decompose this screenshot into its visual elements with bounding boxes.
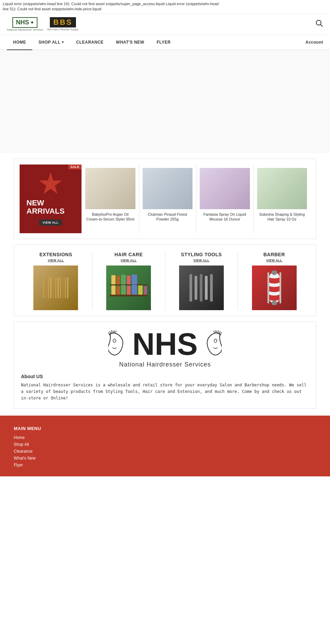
nhs-logo-icon: ✦ [30, 20, 34, 25]
footer-link-home[interactable]: Home [14, 435, 316, 440]
category-styling: STYLING TOOLS VIEW ALL [165, 252, 238, 310]
product-name-babyliss: BabylissPro Argan Oil Cream-to-Serum Sty… [85, 212, 135, 222]
svg-point-52 [214, 339, 217, 342]
category-barber: BARBER VIEW ALL [238, 252, 310, 310]
svg-rect-15 [110, 295, 147, 296]
svg-rect-23 [144, 286, 147, 295]
svg-rect-28 [132, 274, 137, 284]
svg-line-46 [220, 332, 222, 336]
nav-links: HOME SHOP ALL ▾ CLEARANCE WHAT'S NEW FLY… [7, 35, 177, 49]
new-arrivals-text-line2: ARRIVALS [26, 207, 75, 215]
svg-point-45 [113, 339, 116, 342]
new-arrivals-text-line1: NEW [26, 199, 75, 207]
footer-link-whats-new[interactable]: What's New [14, 456, 316, 461]
svg-rect-27 [127, 275, 131, 284]
category-title-barber: BARBER [263, 252, 285, 257]
error-bar: Liquid error (snippets/wlm-head line 16)… [0, 0, 330, 14]
nav-item-shop-all[interactable]: SHOP ALL ▾ [32, 35, 70, 49]
about-title: About US [21, 374, 309, 379]
category-view-all-styling[interactable]: VIEW ALL [194, 259, 210, 262]
svg-line-50 [215, 330, 216, 333]
error-line-1: Liquid error (snippets/wlm-head line 16)… [3, 1, 327, 7]
new-arrivals-row: SALE NEW ARRIVALS VIEW ALL BabylissPro A… [20, 165, 310, 233]
bbs-logo-subtitle: Burrman's Beauty Supply [47, 28, 78, 31]
category-title-haircare: HAIR CARE [114, 252, 143, 257]
svg-rect-17 [111, 285, 116, 295]
site-footer: MAIN MENU Home Shop All Clearance What's… [0, 416, 330, 476]
category-image-styling [179, 265, 224, 310]
about-text: National Hairdresser Services is a whole… [21, 382, 309, 402]
error-blank-area [0, 50, 330, 153]
account-link[interactable]: Account [306, 35, 323, 49]
site-header: NHS ✦ National Hairdresser Services BBS … [0, 14, 330, 35]
sale-badge: SALE [68, 165, 81, 169]
bbs-logo-text: BBS [50, 17, 76, 27]
category-title-styling: STYLING TOOLS [181, 252, 222, 257]
svg-marker-2 [39, 172, 62, 194]
products-row: BabylissPro Argan Oil Cream-to-Serum Sty… [81, 165, 310, 233]
about-section: NHS National Hairdres [14, 321, 316, 409]
nav-item-whats-new[interactable]: WHAT'S NEW [110, 35, 150, 49]
product-card-fantasia[interactable]: Fantasia Spray On Liquid Mousse 16 Ounce [196, 165, 253, 233]
nav-item-home[interactable]: HOME [7, 35, 32, 49]
svg-line-44 [115, 331, 117, 333]
categories-section: EXTENSIONS VIEW ALL [14, 245, 316, 316]
svg-rect-35 [267, 272, 269, 303]
error-line-2: line 51): Could not find asset snippets/… [3, 7, 327, 12]
nav-item-flyer[interactable]: FLYER [151, 35, 177, 49]
svg-rect-36 [279, 272, 281, 303]
category-haircare: HAIR CARE VIEW ALL [92, 252, 165, 310]
about-logo-area: NHS National Hairdres [21, 329, 309, 368]
category-view-all-haircare[interactable]: VIEW ALL [121, 259, 137, 262]
category-image-haircare [106, 265, 151, 310]
svg-rect-29 [189, 274, 192, 302]
svg-rect-16 [110, 284, 147, 285]
footer-link-shop-all[interactable]: Shop All [14, 442, 316, 447]
svg-line-1 [321, 24, 323, 26]
category-extensions: EXTENSIONS VIEW ALL [20, 252, 92, 310]
svg-rect-31 [200, 274, 202, 302]
product-name-sukesha: Sukesha Shaping & Styling Hair Spray 10 … [257, 212, 307, 222]
product-card-clubman[interactable]: Clubman Pinaud Finest Powder 255g [139, 165, 196, 233]
product-card-sukesha[interactable]: Sukesha Shaping & Styling Hair Spray 10 … [253, 165, 311, 233]
category-image-barber [252, 265, 297, 310]
svg-rect-20 [127, 286, 131, 295]
product-image-clubman [143, 168, 193, 209]
category-image-extensions [33, 265, 78, 310]
new-arrivals-banner: SALE NEW ARRIVALS VIEW ALL [20, 165, 81, 233]
svg-rect-33 [210, 274, 213, 302]
categories-row: EXTENSIONS VIEW ALL [20, 252, 310, 310]
svg-rect-25 [117, 276, 120, 284]
svg-rect-26 [121, 275, 126, 284]
search-icon[interactable] [316, 20, 323, 29]
svg-rect-32 [205, 276, 208, 300]
new-arrivals-section: SALE NEW ARRIVALS VIEW ALL BabylissPro A… [14, 159, 316, 239]
nav-item-clearance[interactable]: CLEARANCE [70, 35, 110, 49]
footer-link-flyer[interactable]: Flyer [14, 463, 316, 467]
footer-link-clearance[interactable]: Clearance [14, 449, 316, 454]
nhs-logo-text: NHS [16, 19, 29, 26]
svg-line-51 [213, 331, 215, 333]
nhs-big-logo: NHS [108, 329, 222, 360]
category-title-extensions: EXTENSIONS [40, 252, 72, 257]
svg-line-39 [108, 332, 110, 336]
main-nav: HOME SHOP ALL ▾ CLEARANCE WHAT'S NEW FLY… [0, 35, 330, 50]
about-logo-big: NHS National Hairdres [108, 329, 222, 368]
category-view-all-barber[interactable]: VIEW ALL [266, 259, 282, 262]
svg-rect-30 [195, 276, 197, 300]
svg-line-43 [114, 330, 115, 333]
product-image-babyliss [85, 168, 135, 209]
footer-menu-title: MAIN MENU [14, 426, 316, 431]
about-nhs-letters: NHS [132, 329, 198, 360]
product-name-fantasia: Fantasia Spray On Liquid Mousse 16 Ounce [200, 212, 250, 222]
product-card-babyliss[interactable]: BabylissPro Argan Oil Cream-to-Serum Sty… [81, 165, 139, 233]
svg-rect-19 [121, 285, 126, 295]
product-name-clubman: Clubman Pinaud Finest Powder 255g [143, 212, 193, 222]
category-view-all-extensions[interactable]: VIEW ALL [48, 259, 64, 262]
about-nhs-subtitle: National Hairdresser Services [119, 361, 211, 368]
nhs-logo-subtitle: National Hairdresser Services [7, 28, 43, 31]
new-arrivals-view-all-button[interactable]: VIEW ALL [39, 219, 62, 226]
product-image-fantasia [200, 168, 250, 209]
svg-rect-18 [117, 286, 120, 295]
svg-rect-21 [132, 285, 137, 295]
